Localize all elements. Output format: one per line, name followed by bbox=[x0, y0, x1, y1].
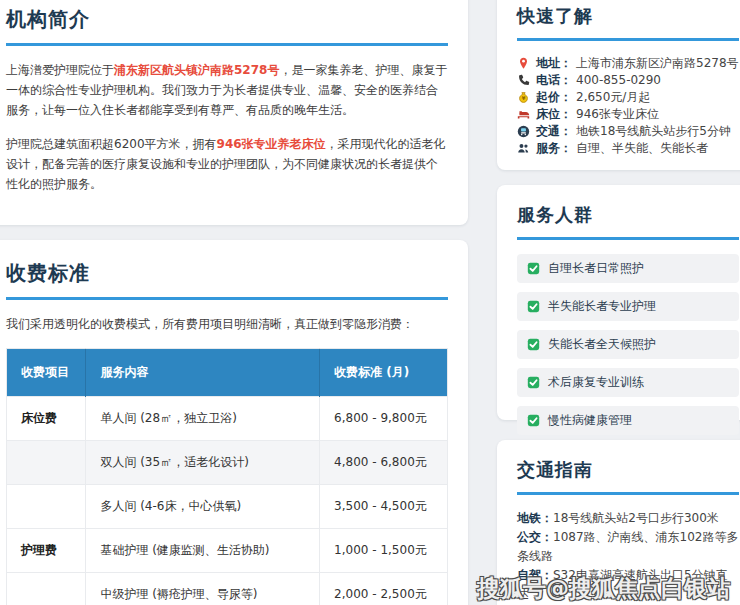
service-group-item: 术后康复专业训练 bbox=[517, 368, 739, 397]
quick-item-service: 服务：自理、半失能、失能长者 bbox=[517, 140, 739, 157]
bed-icon bbox=[517, 108, 530, 121]
section-quick-facts: 快速了解 地址：上海市浦东新区沪南路5278号 电话：400-855-0290 … bbox=[497, 0, 740, 170]
service-group-item: 失能长者全天候照护 bbox=[517, 330, 739, 359]
quick-item-label: 交通： bbox=[536, 123, 572, 140]
title-underline bbox=[6, 297, 448, 300]
table-row: 护理费 基础护理 (健康监测、生活协助) 1,000 - 1,500元 bbox=[7, 529, 448, 573]
metro-icon bbox=[517, 125, 530, 138]
cell-service: 中级护理 (褥疮护理、导尿等) bbox=[86, 573, 320, 605]
quick-item-phone: 电话：400-855-0290 bbox=[517, 72, 739, 89]
quick-item-value: 地铁18号线航头站步行5分钟 bbox=[576, 123, 731, 140]
page: 机构简介 上海潽爱护理院位于浦东新区航头镇沪南路5278号，是一家集养老、护理、… bbox=[0, 0, 740, 605]
cell-price: 3,500 - 4,500元 bbox=[320, 485, 448, 529]
cell-service: 多人间 (4-6床，中心供氧) bbox=[86, 485, 320, 529]
column-header-service: 服务内容 bbox=[86, 349, 320, 397]
cell-service: 双人间 (35㎡，适老化设计) bbox=[86, 441, 320, 485]
intro-paragraph-2: 护理院总建筑面积超6200平方米，拥有946张专业养老床位，采用现代化的适老化设… bbox=[6, 134, 448, 194]
cell-service: 单人间 (28㎡，独立卫浴) bbox=[86, 397, 320, 441]
sidebar: 快速了解 地址：上海市浦东新区沪南路5278号 电话：400-855-0290 … bbox=[497, 0, 740, 605]
service-group-label: 术后康复专业训练 bbox=[548, 374, 644, 391]
watermark: 搜狐号@搜狐焦点白银站 bbox=[477, 573, 730, 604]
pin-icon bbox=[517, 57, 530, 70]
cell-item bbox=[7, 441, 86, 485]
quick-item-value: 自理、半失能、失能长者 bbox=[576, 140, 708, 157]
phone-icon bbox=[517, 74, 530, 87]
title-underline bbox=[517, 38, 739, 41]
title-underline bbox=[517, 237, 739, 240]
cell-price: 6,800 - 9,800元 bbox=[320, 397, 448, 441]
cell-item: 护理费 bbox=[7, 529, 86, 573]
table-row: 双人间 (35㎡，适老化设计) 4,800 - 6,800元 bbox=[7, 441, 448, 485]
traffic-item-label: 地铁： bbox=[517, 511, 553, 525]
check-icon bbox=[527, 262, 540, 275]
intro-p1-text: 上海潽爱护理院位于 bbox=[6, 63, 114, 77]
intro-paragraph-1: 上海潽爱护理院位于浦东新区航头镇沪南路5278号，是一家集养老、护理、康复于一体… bbox=[6, 60, 448, 120]
section-service-groups: 服务人群 自理长者日常照护 半失能长者专业护理 失能长者全天候照护 术后康复专业… bbox=[497, 185, 740, 420]
service-group-label: 自理长者日常照护 bbox=[548, 260, 644, 277]
quick-item-value: 400-855-0290 bbox=[576, 72, 661, 89]
title-underline bbox=[6, 43, 448, 46]
service-group-item: 自理长者日常照护 bbox=[517, 254, 739, 283]
table-row: 多人间 (4-6床，中心供氧) 3,500 - 4,500元 bbox=[7, 485, 448, 529]
fees-title: 收费标准 bbox=[6, 260, 448, 287]
table-row: 中级护理 (褥疮护理、导尿等) 2,000 - 2,500元 bbox=[7, 573, 448, 605]
service-group-label: 半失能长者专业护理 bbox=[548, 298, 656, 315]
svg-text:¥: ¥ bbox=[522, 95, 526, 101]
fees-table-header-row: 收费项目 服务内容 收费标准 (月) bbox=[7, 349, 448, 397]
traffic-title: 交通指南 bbox=[517, 458, 739, 482]
quick-item-transit: 交通：地铁18号线航头站步行5分钟 bbox=[517, 123, 739, 140]
section-fees: 收费标准 我们采用透明化的收费模式，所有费用项目明细清晰，真正做到零隐形消费： … bbox=[0, 240, 468, 605]
check-icon bbox=[527, 300, 540, 313]
quick-item-label: 电话： bbox=[536, 72, 572, 89]
people-icon bbox=[517, 142, 530, 155]
traffic-item-metro: 地铁：18号线航头站2号口步行300米 bbox=[517, 509, 739, 528]
service-group-item: 慢性病健康管理 bbox=[517, 406, 739, 435]
fees-intro: 我们采用透明化的收费模式，所有费用项目明细清晰，真正做到零隐形消费： bbox=[6, 314, 448, 334]
quick-item-value: 946张专业床位 bbox=[576, 106, 659, 123]
beds-highlight: 946张专业养老床位 bbox=[217, 137, 326, 151]
quick-title: 快速了解 bbox=[517, 4, 739, 28]
cell-item: 床位费 bbox=[7, 397, 86, 441]
service-group-label: 失能长者全天候照护 bbox=[548, 336, 656, 353]
column-header-price: 收费标准 (月) bbox=[320, 349, 448, 397]
service-group-item: 半失能长者专业护理 bbox=[517, 292, 739, 321]
table-row: 床位费 单人间 (28㎡，独立卫浴) 6,800 - 9,800元 bbox=[7, 397, 448, 441]
cell-price: 4,800 - 6,800元 bbox=[320, 441, 448, 485]
fees-table: 收费项目 服务内容 收费标准 (月) 床位费 单人间 (28㎡，独立卫浴) 6,… bbox=[6, 348, 448, 605]
cell-price: 1,000 - 1,500元 bbox=[320, 529, 448, 573]
check-icon bbox=[527, 338, 540, 351]
cell-price: 2,000 - 2,500元 bbox=[320, 573, 448, 605]
cell-service: 基础护理 (健康监测、生活协助) bbox=[86, 529, 320, 573]
check-icon bbox=[527, 414, 540, 427]
quick-item-label: 服务： bbox=[536, 140, 572, 157]
cell-item bbox=[7, 573, 86, 605]
main-column: 机构简介 上海潽爱护理院位于浦东新区航头镇沪南路5278号，是一家集养老、护理、… bbox=[0, 0, 468, 605]
quick-item-address: 地址：上海市浦东新区沪南路5278号 bbox=[517, 55, 739, 72]
intro-title: 机构简介 bbox=[6, 6, 448, 33]
quick-item-label: 床位： bbox=[536, 106, 572, 123]
intro-p2-text: 护理院总建筑面积超6200平方米，拥有 bbox=[6, 137, 217, 151]
quick-item-value: 上海市浦东新区沪南路5278号 bbox=[576, 55, 739, 72]
column-header-item: 收费项目 bbox=[7, 349, 86, 397]
check-icon bbox=[527, 376, 540, 389]
section-intro: 机构简介 上海潽爱护理院位于浦东新区航头镇沪南路5278号，是一家集养老、护理、… bbox=[0, 0, 468, 225]
service-group-label: 慢性病健康管理 bbox=[548, 412, 632, 429]
quick-item-label: 起价： bbox=[536, 89, 572, 106]
money-icon: ¥ bbox=[517, 91, 530, 104]
title-underline bbox=[517, 492, 739, 495]
quick-item-price: ¥ 起价：2,650元/月起 bbox=[517, 89, 739, 106]
traffic-item-label: 公交： bbox=[517, 530, 553, 544]
serve-title: 服务人群 bbox=[517, 203, 739, 227]
quick-item-label: 地址： bbox=[536, 55, 572, 72]
quick-item-value: 2,650元/月起 bbox=[576, 89, 650, 106]
traffic-item-bus: 公交：1087路、沪南线、浦东102路等多条线路 bbox=[517, 528, 739, 566]
quick-item-beds: 床位：946张专业床位 bbox=[517, 106, 739, 123]
traffic-item-value: 18号线航头站2号口步行300米 bbox=[553, 511, 719, 525]
cell-item bbox=[7, 485, 86, 529]
address-highlight: 浦东新区航头镇沪南路5278号 bbox=[114, 63, 279, 77]
